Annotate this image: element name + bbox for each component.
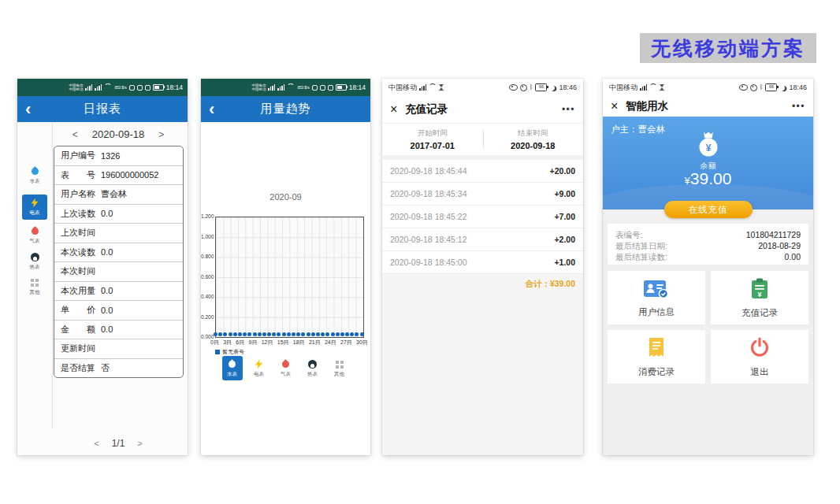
moon-icon <box>549 84 556 91</box>
phone-screen-daily-report: 中国电信中国移动 853 B/s 18:14 ‹ 日报表 < 2020-09-1… <box>17 79 188 455</box>
row-label: 用户名称 <box>61 188 95 200</box>
alarm-icon <box>320 85 325 91</box>
data-point <box>258 332 262 336</box>
tile-用户信息[interactable]: 用户信息 <box>608 271 705 324</box>
sidebar-item-gas[interactable]: 气表 <box>17 226 52 245</box>
tab-other[interactable]: 其他 <box>329 356 350 378</box>
end-date-picker[interactable]: 结束时间 2020-09-18 <box>483 124 584 155</box>
sidebar-item-electric[interactable]: 电表 <box>22 195 47 220</box>
table-row: 本次时间 <box>54 262 183 282</box>
info-label: 最后结算日期: <box>615 241 667 252</box>
date-value[interactable]: 2020-09-18 <box>92 128 145 140</box>
record-row: 2020-09-18 18:45:22+7.00 <box>382 206 583 228</box>
water-meter-icon <box>227 359 237 369</box>
info-row: 表编号:101804211729 <box>615 230 801 241</box>
table-row: 单 价0.0 <box>54 301 183 321</box>
tab-water[interactable]: 水表 <box>222 356 243 380</box>
end-date-label: 结束时间 <box>518 128 548 139</box>
info-label: 表编号: <box>615 230 642 241</box>
tile-label: 充值记录 <box>742 307 778 319</box>
row-label: 本次读数 <box>61 246 95 258</box>
electric-meter-icon <box>32 198 39 208</box>
tab-heat[interactable]: 热表 <box>303 356 323 378</box>
sidebar-item-label: 其他 <box>30 289 40 296</box>
moon-icon <box>779 84 786 91</box>
record-amount: +2.00 <box>554 235 575 244</box>
row-value: 否 <box>101 362 110 374</box>
data-point <box>229 332 232 336</box>
bluetooth-icon <box>328 85 333 91</box>
tile-充值记录[interactable]: ¥充值记录 <box>711 271 808 324</box>
info-row: 最后结算读数:0.00 <box>615 252 801 263</box>
svg-text:¥: ¥ <box>757 290 761 298</box>
carrier-label: 中国电信中国移动 <box>69 83 83 91</box>
back-button[interactable]: ‹ <box>209 98 214 120</box>
tab-label: 水表 <box>227 371 237 378</box>
data-point <box>331 332 335 336</box>
legend-label: 暂无表号 <box>222 348 244 356</box>
network-speed: 853 B/s <box>297 86 309 90</box>
prev-date-button[interactable]: < <box>72 129 78 140</box>
balance-card: 户主：曹会林 ¥ 余额 ¥39.00 <box>603 117 813 209</box>
total-row: 合计：¥39.00 <box>382 274 583 295</box>
meter-info-card: 表编号:101804211729最后结算日期:2018-08-29最后结算读数:… <box>608 224 808 265</box>
row-label: 上次时间 <box>61 227 95 239</box>
clock-text: 18:46 <box>559 83 577 91</box>
sidebar-item-water[interactable]: 水表 <box>17 166 52 185</box>
bluetooth-icon: ᛒ <box>530 84 533 91</box>
sidebar-item-heat[interactable]: 热表 <box>17 252 52 271</box>
date-range-bar: 开始时间 2017-07-01 结束时间 2020-09-18 <box>382 124 583 160</box>
end-date-value: 2020-09-18 <box>511 141 555 150</box>
row-label: 是否结算 <box>61 362 95 374</box>
start-date-picker[interactable]: 开始时间 2017-07-01 <box>382 124 483 155</box>
nav-title: 日报表 <box>17 102 188 117</box>
carrier-label: 中国电信中国移动 <box>251 83 266 91</box>
tile-退出[interactable]: 退出 <box>711 330 808 384</box>
record-time: 2020-09-18 18:45:22 <box>390 212 467 221</box>
tab-electric[interactable]: 电表 <box>249 356 269 378</box>
meter-type-sidebar: 水表电表气表热表其他 <box>17 122 53 429</box>
sidebar-item-label: 电表 <box>30 209 40 217</box>
tile-消费记录[interactable]: 消费记录 <box>608 330 705 384</box>
money-bag-icon: ¥ <box>695 130 722 161</box>
prev-page-button[interactable]: < <box>94 439 98 448</box>
header-bar: × 充值记录 ••• <box>382 96 583 124</box>
data-point <box>345 332 349 336</box>
y-tick-label: 0.600 <box>201 274 213 280</box>
battery-icon: 66 <box>535 83 547 91</box>
more-menu-icon[interactable]: ••• <box>792 101 805 112</box>
power-icon <box>748 336 771 361</box>
more-menu-icon[interactable]: ••• <box>562 104 575 115</box>
next-page-button[interactable]: > <box>137 439 142 448</box>
page-indicator: 1/1 <box>112 438 125 449</box>
carrier-label: 中国移动 <box>388 83 417 93</box>
data-point <box>301 332 305 336</box>
data-point <box>316 332 320 336</box>
tab-gas[interactable]: 气表 <box>276 356 296 378</box>
data-point <box>214 332 217 336</box>
info-label: 最后结算读数: <box>615 252 667 263</box>
data-point <box>340 332 344 336</box>
row-label: 上次读数 <box>61 208 95 220</box>
x-tick-label: 6日 <box>236 339 244 346</box>
data-point <box>296 332 300 336</box>
clock-text: 18:46 <box>789 83 807 91</box>
y-tick-label: 0.400 <box>201 294 213 299</box>
table-row: 用户编号1326 <box>54 146 183 166</box>
info-value: 0.00 <box>785 252 801 263</box>
record-time: 2020-09-18 18:45:00 <box>390 258 467 267</box>
data-point <box>253 332 257 336</box>
phone-screen-usage-trend: 中国电信中国移动 853 B/s 18:14 ‹ 用量趋势 2020-09 1.… <box>201 79 370 455</box>
close-icon[interactable]: × <box>611 100 618 113</box>
close-icon[interactable]: × <box>390 103 397 116</box>
x-tick-label: 0日 <box>210 339 219 346</box>
table-row: 用户名称曹会林 <box>54 185 183 205</box>
next-date-button[interactable]: > <box>158 129 164 140</box>
online-recharge-button[interactable]: 在线充值 <box>664 201 753 218</box>
table-row: 是否结算否 <box>54 359 183 378</box>
sidebar-item-other[interactable]: 其他 <box>17 277 52 296</box>
record-row: 2020-09-18 18:45:00+1.00 <box>382 251 583 274</box>
data-point <box>350 332 354 336</box>
back-button[interactable]: ‹ <box>25 98 31 120</box>
status-bar: 中国移动 ᛒ 66 18:46 <box>603 79 813 96</box>
